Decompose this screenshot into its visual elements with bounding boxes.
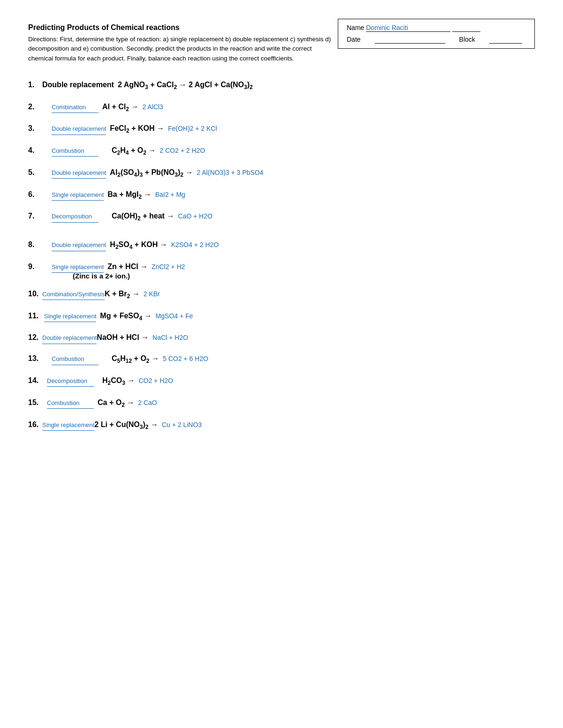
problem-9: 9. Single replacement Zn + HCl → ZnCl2 +… (28, 260, 535, 280)
problem-6-equation: Ba + MgI2 → (107, 188, 151, 203)
date-label: Date (347, 36, 361, 44)
name-row: Name Dominic Raciti (347, 24, 526, 32)
problem-1-line: 1. Double replacement 2 AgNO3 + CaCl2 → … (28, 78, 535, 93)
problem-6-type: Single replacement (52, 189, 104, 201)
problem-16-line: 16. Single replacement 2 Li + Cu(NO3)2 →… (28, 418, 535, 433)
problem-5-num: 5. (28, 166, 42, 180)
problem-7-equation: Ca(OH)2 + heat → (112, 210, 174, 224)
problem-6-num: 6. (28, 188, 42, 202)
problem-13-type: Combustion (52, 353, 99, 365)
problem-16-answer: Cu + 2 LiNO3 (162, 419, 202, 431)
problem-11-answer: MgSO4 + Fe (156, 310, 193, 322)
problem-4-answer: 2 CO2 + 2 H2O (160, 145, 205, 157)
problem-14-type: Decomposition (47, 375, 94, 387)
problem-14-answer: CO2 + H2O (138, 375, 173, 387)
problem-15: 15. Combustion Ca + O2 → 2 CaO (28, 396, 535, 411)
problem-14-num: 14. (28, 374, 42, 388)
date-blank (375, 36, 445, 44)
problem-8-type: Double replacement (52, 240, 106, 251)
problem-11: 11. Single replacement Mg + FeSO4 → MgSO… (28, 309, 535, 324)
problem-2-type: Combination (52, 102, 99, 113)
problem-15-equation: Ca + O2 → (98, 396, 134, 411)
problem-2-answer: 2 AlCl3 (142, 101, 163, 113)
problem-16-type: Single replacement (42, 420, 94, 431)
problem-13-equation: C5H12 + O2 → (112, 352, 159, 367)
problem-8-answer: K2SO4 + 2 H2O (171, 239, 219, 251)
problem-8-num: 8. (28, 238, 42, 252)
problem-7-num: 7. (28, 210, 42, 223)
problem-3-line: 3. Double replacement FeCl2 + KOH → Fe(O… (28, 122, 535, 136)
problem-6: 6. Single replacement Ba + MgI2 → BaI2 +… (28, 188, 535, 203)
problem-10-num: 10. (28, 287, 42, 301)
problem-12-equation: NaOH + HCl → (97, 331, 149, 345)
name-value: Dominic Raciti (366, 24, 450, 32)
problem-7: 7. Decomposition Ca(OH)2 + heat → CaO + … (28, 210, 535, 224)
problem-6-answer: BaI2 + Mg (155, 189, 185, 201)
problem-2-line: 2. Combination Al + Cl2 → 2 AlCl3 (28, 100, 535, 115)
problem-10-type: Combination/Synthesis (42, 289, 105, 300)
problem-15-type: Combustion (47, 398, 94, 409)
problem-4-equation: C2H4 + O2 → (112, 144, 156, 158)
problem-9-answer: ZnCl2 + H2 (152, 261, 185, 273)
problem-5-answer: 2 Al(NO3)3 + 3 PbSO4 (197, 167, 263, 179)
date-block-row: Date Block (347, 36, 526, 44)
problem-11-line: 11. Single replacement Mg + FeSO4 → MgSO… (28, 309, 535, 324)
block-label: Block (459, 36, 475, 44)
problem-14-equation: H2CO3 → (102, 374, 135, 389)
problem-5-type: Double replacement (52, 167, 106, 179)
page-title: Predicting Products of Chemical reaction… (28, 23, 338, 32)
problem-4-type: Combustion (52, 145, 99, 157)
problem-12-type: Double replacement (42, 332, 97, 344)
problem-13-num: 13. (28, 352, 42, 366)
problem-12: 12. Double replacement NaOH + HCl → NaCl… (28, 331, 535, 345)
problem-2: 2. Combination Al + Cl2 → 2 AlCl3 (28, 100, 535, 115)
problem-13: 13. Combustion C5H12 + O2 → 5 CO2 + 6 H2… (28, 352, 535, 367)
problem-7-line: 7. Decomposition Ca(OH)2 + heat → CaO + … (28, 210, 535, 224)
problem-2-num: 2. (28, 100, 42, 114)
problem-16: 16. Single replacement 2 Li + Cu(NO3)2 →… (28, 418, 535, 433)
header-box: Name Dominic Raciti Date Block (338, 19, 535, 49)
directions-text: Directions: First, determine the type of… (28, 35, 338, 63)
problem-1-num: 1. (28, 78, 42, 92)
problem-10-equation: K + Br2 → (105, 287, 140, 302)
problem-3-answer: Fe(OH)2 + 2 KCl (168, 123, 217, 135)
problem-3: 3. Double replacement FeCl2 + KOH → Fe(O… (28, 122, 535, 136)
problems-section: 1. Double replacement 2 AgNO3 + CaCl2 → … (28, 78, 535, 433)
problem-14: 14. Decomposition H2CO3 → CO2 + H2O (28, 374, 535, 389)
problem-3-equation: FeCl2 + KOH → (110, 122, 164, 136)
name-label: Name (347, 24, 364, 31)
problem-6-line: 6. Single replacement Ba + MgI2 → BaI2 +… (28, 188, 535, 203)
problem-8: 8. Double replacement H2SO4 + KOH → K2SO… (28, 238, 535, 253)
problem-13-answer: 5 CO2 + 6 H2O (163, 353, 208, 365)
problem-8-equation: H2SO4 + KOH → (110, 238, 167, 253)
problem-4-line: 4. Combustion C2H4 + O2 → 2 CO2 + 2 H2O (28, 144, 535, 158)
problem-9-num: 9. (28, 260, 42, 274)
problem-1-equation: 2 AgNO3 + CaCl2 → 2 AgCl + Ca(NO3)2 (118, 78, 253, 93)
problem-5: 5. Double replacement Al2(SO4)3 + Pb(NO3… (28, 166, 535, 180)
problem-15-num: 15. (28, 396, 42, 410)
problem-2-equation: Al + Cl2 → (102, 100, 138, 115)
problem-10-answer: 2 KBr (144, 288, 160, 300)
problem-5-line: 5. Double replacement Al2(SO4)3 + Pb(NO3… (28, 166, 535, 180)
block-blank (489, 36, 522, 44)
problem-11-type: Single replacement (44, 311, 96, 322)
problem-12-line: 12. Double replacement NaOH + HCl → NaCl… (28, 331, 535, 345)
problem-5-equation: Al2(SO4)3 + Pb(NO3)2 → (110, 166, 193, 180)
problem-1: 1. Double replacement 2 AgNO3 + CaCl2 → … (28, 78, 535, 93)
problem-8-line: 8. Double replacement H2SO4 + KOH → K2SO… (28, 238, 535, 253)
problem-12-num: 12. (28, 331, 42, 345)
problem-3-num: 3. (28, 122, 42, 135)
problem-7-answer: CaO + H2O (178, 210, 213, 222)
problem-12-answer: NaCl + H2O (152, 332, 188, 344)
problem-16-num: 16. (28, 418, 42, 432)
problem-11-num: 11. (28, 309, 42, 323)
problem-3-type: Double replacement (52, 123, 106, 135)
problem-10-line: 10. Combination/Synthesis K + Br2 → 2 KB… (28, 287, 535, 302)
problem-15-line: 15. Combustion Ca + O2 → 2 CaO (28, 396, 535, 411)
problem-4: 4. Combustion C2H4 + O2 → 2 CO2 + 2 H2O (28, 144, 535, 158)
problem-15-answer: 2 CaO (138, 397, 157, 409)
problem-9-type: Single replacement (52, 262, 104, 273)
problem-16-equation: 2 Li + Cu(NO3)2 → (94, 418, 158, 433)
problem-7-type: Decomposition (52, 211, 99, 222)
problem-13-line: 13. Combustion C5H12 + O2 → 5 CO2 + 6 H2… (28, 352, 535, 367)
